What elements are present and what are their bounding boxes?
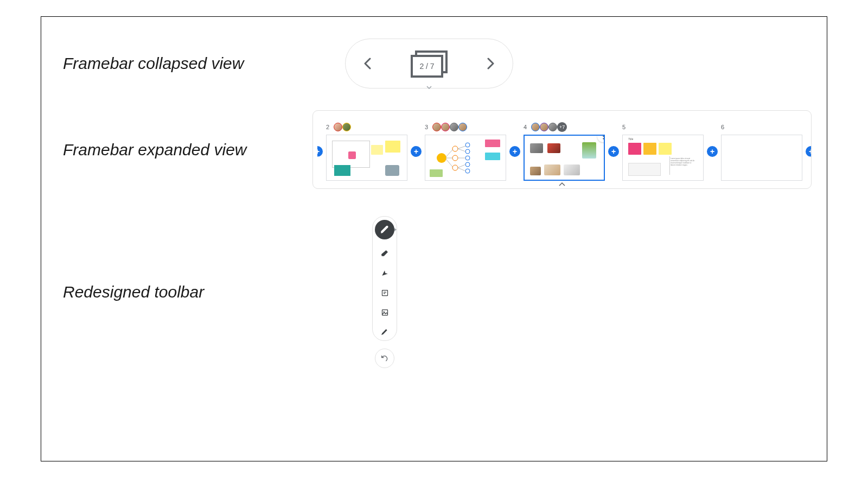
- svg-rect-12: [382, 290, 387, 295]
- svg-point-1: [452, 146, 458, 151]
- frame-number: 2: [326, 124, 329, 130]
- frame-more-menu-button[interactable]: [597, 135, 605, 142]
- frame-counter-label: 2 / 7: [411, 55, 443, 78]
- laser-tool-button[interactable]: [379, 326, 390, 337]
- frame-preview: [721, 135, 802, 181]
- undo-button[interactable]: [375, 349, 394, 368]
- collaborator-avatar-more[interactable]: +7: [557, 122, 567, 132]
- frame-preview: [524, 135, 605, 181]
- svg-point-4: [465, 143, 470, 147]
- label-collapsed: Framebar collapsed view: [63, 54, 312, 73]
- collaborator-avatar: [334, 123, 342, 131]
- frame-thumbnail[interactable]: 3: [425, 122, 506, 181]
- frame-preview: [326, 135, 407, 181]
- collaborator-avatar: [450, 123, 458, 131]
- collaborator-avatar: [531, 123, 540, 131]
- add-frame-button[interactable]: +: [806, 146, 816, 157]
- collaborator-avatar: [342, 123, 351, 131]
- collaborator-avatar: [458, 123, 467, 131]
- frame-number: 5: [622, 124, 626, 130]
- frame-preview: [425, 135, 506, 181]
- eraser-tool-button[interactable]: [379, 248, 390, 259]
- svg-rect-15: [382, 309, 387, 315]
- frame-counter[interactable]: 2 / 7: [411, 50, 448, 77]
- framebar-expanded: + 2 +: [312, 110, 812, 189]
- framebar-collapsed: 2 / 7: [345, 39, 513, 88]
- frame-thumbnail[interactable]: 5 Lorem ipsum dolor sit amet consectetur…: [622, 122, 704, 181]
- svg-point-5: [465, 149, 470, 154]
- pointer-tool-button[interactable]: [379, 268, 390, 279]
- label-expanded: Framebar expanded view: [63, 141, 312, 159]
- add-frame-button[interactable]: +: [509, 146, 520, 157]
- toolbar: [372, 216, 397, 341]
- svg-point-11: [603, 138, 604, 140]
- frame-number: 4: [524, 124, 527, 130]
- sticky-note-tool-button[interactable]: [379, 287, 390, 298]
- frame-preview: Lorem ipsum dolor sit amet consectetur a…: [622, 135, 704, 181]
- frame-number: 3: [425, 124, 428, 130]
- svg-point-0: [437, 153, 446, 163]
- frame-number: 6: [721, 124, 724, 130]
- svg-point-7: [465, 162, 470, 167]
- add-frame-button[interactable]: +: [312, 146, 323, 157]
- add-frame-button[interactable]: +: [707, 146, 718, 157]
- collaborator-avatar: [441, 123, 450, 131]
- svg-point-10: [603, 136, 604, 137]
- frame-thumbnail[interactable]: 4 +7: [524, 122, 605, 181]
- toolbar-container: [372, 216, 397, 368]
- frame-thumbnail[interactable]: 6: [721, 122, 802, 181]
- diagram-frame: Framebar collapsed view 2 / 7 Framebar e…: [41, 16, 827, 461]
- next-frame-button[interactable]: [484, 57, 497, 70]
- svg-point-8: [465, 169, 470, 173]
- collaborator-avatar: [432, 123, 441, 131]
- collaborator-avatar: [540, 123, 548, 131]
- collaborator-avatar: [548, 123, 557, 131]
- expand-framebar-icon[interactable]: [426, 86, 432, 89]
- collapse-framebar-icon[interactable]: [559, 182, 565, 186]
- label-toolbar: Redesigned toolbar: [63, 283, 312, 301]
- add-frame-button[interactable]: +: [608, 146, 619, 157]
- row-expanded: Framebar expanded view + 2: [63, 110, 805, 189]
- frame-thumbnail[interactable]: 2: [326, 122, 407, 181]
- svg-point-3: [452, 165, 458, 170]
- row-collapsed: Framebar collapsed view 2 / 7: [63, 39, 805, 88]
- prev-frame-button[interactable]: [361, 57, 374, 70]
- row-toolbar: Redesigned toolbar: [63, 216, 805, 368]
- image-tool-button[interactable]: [379, 307, 390, 318]
- svg-point-2: [452, 155, 458, 161]
- add-frame-button[interactable]: +: [411, 146, 422, 157]
- pen-tool-button[interactable]: [375, 220, 394, 239]
- svg-point-6: [465, 156, 470, 160]
